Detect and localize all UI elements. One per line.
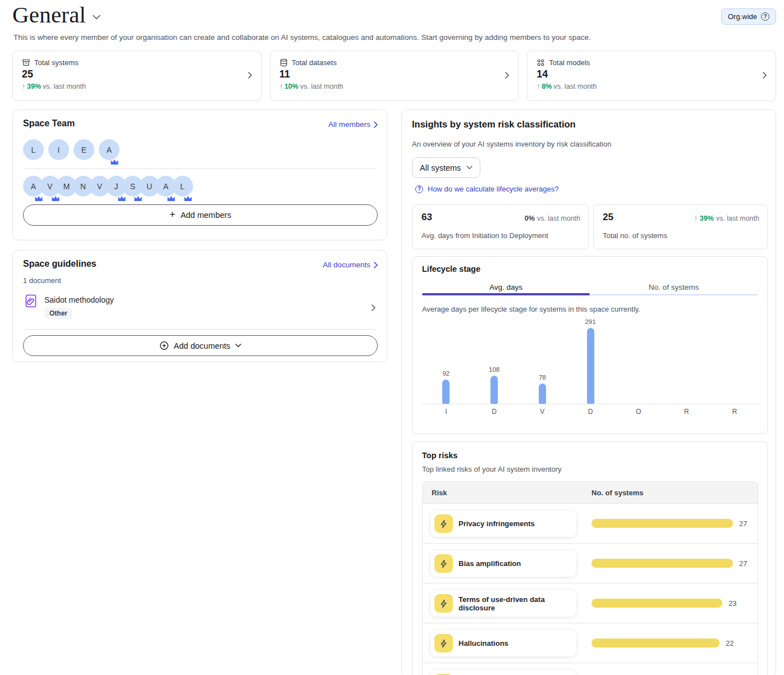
avatar-l[interactable]: L: [172, 176, 193, 197]
lifecycle-tabs: Avg. days No. of systems: [422, 279, 758, 295]
avatar-e[interactable]: E: [74, 139, 94, 160]
chart-bar: [442, 380, 450, 404]
stat-label: Total models: [537, 58, 767, 67]
x-axis-label: I: [422, 408, 470, 416]
stat-cards-row: Total systems25↑39%vs. last monthTotal d…: [12, 51, 776, 101]
document-row[interactable]: Saidot methodology Other: [23, 292, 377, 325]
add-members-button[interactable]: + Add members: [23, 204, 378, 226]
avatar-i[interactable]: I: [48, 139, 69, 160]
risk-name: Hallucinations: [459, 639, 508, 647]
avatar-initial: I: [58, 145, 60, 154]
systems-filter-dropdown[interactable]: All systems: [412, 157, 480, 178]
bar-value-label: 291: [585, 318, 595, 325]
risk-label-card[interactable]: Privacy infringements: [430, 510, 576, 537]
owner-crown-icon: [117, 195, 126, 202]
tab-avg-days[interactable]: Avg. days: [422, 279, 590, 295]
total-systems-label: Total no. of systems: [603, 231, 667, 240]
lifecycle-bar-chart: 9210878291: [422, 317, 759, 404]
chevron-down-icon: [93, 15, 100, 20]
plus-icon: +: [169, 209, 176, 221]
avatar-initial: A: [107, 145, 112, 154]
x-axis-label: V: [518, 408, 566, 416]
org-wide-badge[interactable]: Org.wide ?: [721, 8, 776, 25]
top-risks-header: Risk No. of systems: [423, 482, 758, 503]
chart-column: 78: [518, 317, 566, 404]
tab-underline: [422, 293, 590, 295]
chart-column: [710, 317, 759, 404]
document-name: Saidot methodology: [44, 295, 114, 304]
tab-no-of-systems[interactable]: No. of systems: [590, 279, 758, 295]
datasets-icon: [279, 58, 288, 67]
risk-name: Privacy infringements: [459, 519, 535, 528]
risk-icon: [434, 554, 453, 573]
risk-label-card[interactable]: Terms of use-driven data disclosure: [430, 590, 576, 617]
owner-crown-icon: [134, 195, 143, 202]
stat-change: ↑39%vs. last month: [22, 83, 252, 90]
chart-bar: [490, 376, 498, 404]
risk-label-card[interactable]: [430, 670, 576, 675]
stat-label: Total datasets: [279, 58, 510, 67]
x-axis-label: R: [663, 408, 711, 416]
chevron-right-icon: [372, 304, 375, 311]
lifecycle-title: Lifecycle stage: [422, 264, 480, 273]
chart-column: [663, 317, 711, 404]
owner-crown-icon: [34, 195, 43, 202]
divider: [23, 329, 377, 330]
risk-row: Privacy infringements27: [423, 503, 758, 543]
risk-label-card[interactable]: Hallucinations: [430, 630, 576, 656]
all-members-link[interactable]: All members: [328, 120, 378, 129]
top-risks-title: Top risks: [422, 451, 457, 460]
stat-change: ↑8%vs. last month: [537, 83, 767, 90]
help-icon[interactable]: ?: [761, 12, 769, 21]
stat-card-total-datasets[interactable]: Total datasets11↑10%vs. last month: [270, 51, 519, 101]
add-documents-button[interactable]: Add documents: [23, 335, 378, 356]
avatar-initial: V: [47, 182, 52, 191]
total-systems-change: ↑ 39% vs. last month: [694, 215, 759, 222]
stat-card-total-models[interactable]: Total models14↑8%vs. last month: [527, 51, 776, 101]
owner-crown-icon: [167, 195, 176, 202]
lifecycle-help-link[interactable]: ? How do we calculate lifecycle averages…: [415, 185, 558, 193]
space-guidelines-title: Space guidelines: [23, 259, 97, 269]
avatar-a[interactable]: A: [99, 139, 120, 160]
all-documents-link[interactable]: All documents: [323, 261, 378, 269]
avatar-initial: U: [146, 182, 152, 191]
avatar-initial: M: [63, 182, 70, 191]
page-title[interactable]: General: [12, 1, 100, 28]
systems-icon: [22, 58, 30, 67]
up-arrow-icon: ↑: [279, 83, 283, 90]
total-systems-stat: 25 ↑ 39% vs. last month Total no. of sys…: [593, 204, 768, 249]
up-arrow-icon: ↑: [22, 83, 25, 90]
chevron-right-icon: [763, 72, 767, 79]
tab-underline: [590, 294, 758, 295]
avg-days-value: 63: [421, 212, 432, 223]
stat-card-total-systems[interactable]: Total systems25↑39%vs. last month: [12, 51, 262, 101]
owner-crown-icon: [184, 195, 192, 202]
top-risks-card: Top risks Top linked risks of your AI sy…: [412, 441, 768, 675]
document-count: 1 document: [23, 276, 61, 285]
chevron-right-icon: [763, 71, 767, 81]
x-axis-label: O: [615, 408, 663, 416]
bar-value-label: 92: [442, 370, 450, 377]
risk-label-card[interactable]: Bias amplification: [430, 550, 576, 577]
chevron-down-icon: [466, 166, 473, 170]
stat-value: 11: [279, 69, 510, 80]
risk-icon: [434, 514, 453, 533]
chart-x-labels: IDVDORR: [422, 408, 759, 416]
document-link-icon: [25, 294, 36, 308]
chart-column: 291: [566, 317, 615, 404]
total-systems-value: 25: [603, 212, 613, 223]
risk-row: Terms of use-driven data disclosure23: [423, 583, 758, 623]
avatar-l[interactable]: L: [23, 139, 44, 160]
space-guidelines-card: Space guidelines All documents 1 documen…: [12, 250, 387, 362]
chart-column: 92: [422, 317, 470, 404]
page-title-text: General: [12, 1, 86, 28]
risk-name: Bias amplification: [459, 559, 521, 568]
stat-value: 14: [537, 69, 767, 80]
chevron-down-icon: [235, 344, 241, 348]
stat-label: Total systems: [22, 58, 252, 67]
risk-bar: [592, 559, 733, 568]
document-tag: Other: [44, 308, 72, 319]
lightning-icon: [439, 559, 448, 568]
bar-value-label: 78: [539, 374, 546, 381]
avg-days-label: Avg. days from Initiation to Deployment: [421, 231, 548, 240]
